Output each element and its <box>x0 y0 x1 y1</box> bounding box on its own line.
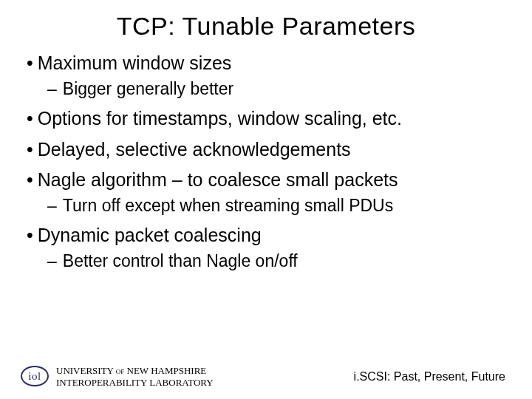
bullet-item: • Dynamic packet coalescing <box>27 223 505 248</box>
logo-text: iol <box>21 366 49 388</box>
footer-left: iol UNIVERSITY of NEW HAMPSHIRE INTEROPE… <box>21 365 214 389</box>
bullet-item: • Nagle algorithm – to coalesce small pa… <box>27 168 505 193</box>
bullet-text: Dynamic packet coalescing <box>38 223 505 248</box>
subbullet-item: – Turn off except when streaming small P… <box>47 194 505 217</box>
bullet-icon: • <box>27 137 38 163</box>
bullet-text: Nagle algorithm – to coalesce small pack… <box>38 168 505 193</box>
logo-icon: iol <box>21 366 49 388</box>
bullet-icon: • <box>27 168 38 193</box>
slide-footer: iol UNIVERSITY of NEW HAMPSHIRE INTEROPE… <box>0 365 532 389</box>
dash-icon: – <box>47 194 63 217</box>
footer-right-text: i.SCSI: Past, Present, Future <box>354 370 505 383</box>
bullet-item: • Delayed, selective acknowledgements <box>27 137 505 163</box>
slide: TCP: Tunable Parameters • Maximum window… <box>0 0 532 399</box>
institution-line2: INTEROPERABILITY LABORATORY <box>56 377 214 389</box>
bullet-item: • Options for timestamps, window scaling… <box>27 106 505 132</box>
bullet-icon: • <box>27 106 38 132</box>
dash-icon: – <box>47 78 63 100</box>
bullet-item: • Maximum window sizes <box>27 51 505 76</box>
subbullet-item: – Bigger generally better <box>47 78 505 100</box>
subbullet-text: Better control than Nagle on/off <box>63 250 505 273</box>
slide-title: TCP: Tunable Parameters <box>27 12 505 41</box>
bullet-text: Maximum window sizes <box>38 51 505 76</box>
subbullet-text: Bigger generally better <box>63 78 505 100</box>
slide-body: • Maximum window sizes – Bigger generall… <box>27 51 505 273</box>
subbullet-text: Turn off except when streaming small PDU… <box>63 194 505 217</box>
institution-label: UNIVERSITY of NEW HAMPSHIRE INTEROPERABI… <box>56 365 214 389</box>
bullet-text: Delayed, selective acknowledgements <box>38 137 505 163</box>
bullet-icon: • <box>27 223 38 248</box>
institution-line1: UNIVERSITY of NEW HAMPSHIRE <box>56 365 214 377</box>
dash-icon: – <box>47 250 63 273</box>
subbullet-item: – Better control than Nagle on/off <box>47 250 505 273</box>
bullet-icon: • <box>27 51 38 76</box>
bullet-text: Options for timestamps, window scaling, … <box>38 106 505 132</box>
